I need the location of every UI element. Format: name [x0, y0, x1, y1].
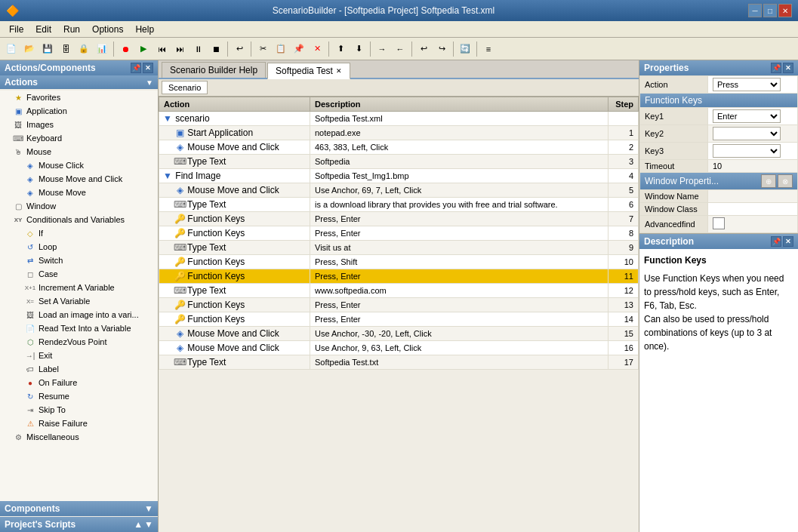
undo-button[interactable]: ↩: [415, 41, 432, 57]
table-row[interactable]: ◈ Mouse Move and ClickUse Anchor, 9, 63,…: [159, 341, 639, 355]
table-row[interactable]: ⌨ Type Textis a download library that pr…: [159, 198, 639, 212]
table-row[interactable]: ▼ Find ImageSoftpedia Test_Img1.bmp4: [159, 169, 639, 183]
redo-button[interactable]: ↪: [433, 41, 450, 57]
project-scripts-up[interactable]: ▲: [134, 519, 143, 530]
table-row[interactable]: ◈ Mouse Move and Click463, 383, Left, Cl…: [159, 140, 639, 155]
tree-item-switch[interactable]: ⇄ Switch: [0, 254, 158, 267]
refresh-button[interactable]: 🔄: [457, 41, 473, 57]
cut-button[interactable]: ✂: [254, 41, 271, 57]
menu-help[interactable]: Help: [129, 23, 160, 36]
props-close[interactable]: ✕: [783, 63, 793, 73]
indent-button[interactable]: →: [374, 41, 390, 57]
menu-edit[interactable]: Edit: [29, 23, 57, 36]
tree-item-rendezvous[interactable]: ⬡ RendezVous Point: [0, 335, 158, 349]
props-pin[interactable]: 📌: [771, 63, 781, 73]
tree-item-exit[interactable]: →| Exit: [0, 349, 158, 362]
menu-options[interactable]: Options: [86, 23, 129, 36]
table-row[interactable]: ◈ Mouse Move and ClickUse Anchor, 69, 7,…: [159, 183, 639, 198]
table-row[interactable]: 🔑 Function KeysPress, Enter7: [159, 212, 639, 226]
actions-panel-close[interactable]: ✕: [143, 63, 153, 73]
skip-start-button[interactable]: ⏮: [153, 41, 170, 57]
outdent-button[interactable]: ←: [392, 41, 408, 57]
tree-item-conditionals[interactable]: XY Conditionals and Variables: [0, 213, 158, 226]
table-row[interactable]: ⌨ Type TextSoftpedia Test.txt17: [159, 355, 639, 370]
tree-item-case[interactable]: ◻ Case: [0, 267, 158, 281]
tree-item-mouse-click[interactable]: ◈ Mouse Click: [0, 158, 158, 172]
tree-item-load-image[interactable]: 🖼 Load an image into a vari...: [0, 308, 158, 321]
tree-item-read-text[interactable]: 📄 Read Text Into a Variable: [0, 321, 158, 335]
stop-button[interactable]: ⏹: [208, 41, 224, 57]
tree-item-resume[interactable]: ↻ Resume: [0, 389, 158, 403]
table-row[interactable]: ⌨ Type Textwww.softpedia.com12: [159, 284, 639, 298]
desc-close[interactable]: ✕: [783, 236, 793, 247]
move-down-button[interactable]: ⬇: [350, 41, 367, 57]
close-button[interactable]: ✕: [778, 4, 792, 17]
menu-file[interactable]: File: [3, 23, 29, 36]
table-row[interactable]: ▼ scenarioSoftpedia Test.xml: [159, 112, 639, 126]
window-class-input[interactable]: [713, 204, 793, 214]
key2-select[interactable]: [713, 127, 781, 140]
components-expand[interactable]: ▼: [144, 503, 153, 514]
project-scripts-expand[interactable]: ▼: [144, 519, 153, 530]
key1-select[interactable]: Enter: [713, 109, 781, 123]
table-row[interactable]: 🔑 Function KeysPress, Enter13: [159, 298, 639, 312]
tree-item-set-variable[interactable]: X= Set A Variable: [0, 294, 158, 308]
maximize-button[interactable]: □: [763, 4, 777, 17]
tab-scenario-builder-help[interactable]: Scenario Builder Help: [162, 62, 266, 78]
tree-item-keyboard[interactable]: ⌨ Keyboard: [0, 131, 158, 145]
window-name-input[interactable]: [713, 192, 793, 201]
action-select[interactable]: Press: [713, 78, 781, 91]
tree-item-mouse-move-click[interactable]: ◈ Mouse Move and Click: [0, 172, 158, 186]
tree-item-mouse-move[interactable]: ◈ Mouse Move: [0, 186, 158, 199]
actions-section-expand[interactable]: ▼: [146, 78, 153, 87]
step-button[interactable]: ↩: [231, 41, 248, 57]
scenario-sub-tab[interactable]: Scenario: [162, 81, 208, 94]
table-row[interactable]: ⌨ Type TextSoftpedia3: [159, 155, 639, 169]
tree-item-window[interactable]: ▢ Window: [0, 199, 158, 213]
tree-item-raise-failure[interactable]: ⚠ Raise Failure: [0, 417, 158, 430]
actions-panel-pin[interactable]: 📌: [131, 63, 141, 73]
table-row[interactable]: 🔑 Function KeysPress, Enter11: [159, 269, 639, 284]
tree-item-on-failure[interactable]: ● On Failure: [0, 376, 158, 389]
lock-button[interactable]: 🔒: [75, 41, 92, 57]
minimize-button[interactable]: ─: [748, 4, 762, 17]
tree-item-application[interactable]: ▣ Application: [0, 104, 158, 118]
table-row[interactable]: 🔑 Function KeysPress, Enter14: [159, 312, 639, 327]
table-row[interactable]: ◈ Mouse Move and ClickUse Anchor, -30, -…: [159, 327, 639, 341]
menu-run[interactable]: Run: [57, 23, 86, 36]
tab-close-icon[interactable]: ✕: [336, 67, 342, 75]
table-row[interactable]: 🔑 Function KeysPress, Enter8: [159, 226, 639, 241]
tree-item-miscellaneous[interactable]: ⚙ Miscellaneous: [0, 430, 158, 444]
win-props-btn2[interactable]: ⊗: [778, 174, 793, 188]
save-button[interactable]: 💾: [39, 41, 56, 57]
copy-button[interactable]: 📋: [273, 41, 289, 57]
move-up-button[interactable]: ⬆: [332, 41, 349, 57]
tree-item-favorites[interactable]: ★ Favorites: [0, 91, 158, 104]
delete-button[interactable]: ✕: [309, 41, 325, 57]
tree-item-loop[interactable]: ↺ Loop: [0, 240, 158, 254]
open-button[interactable]: 📂: [21, 41, 38, 57]
csv-button[interactable]: 📊: [94, 41, 110, 57]
pause-button[interactable]: ⏸: [189, 41, 206, 57]
new-button[interactable]: 📄: [3, 41, 20, 57]
key3-select[interactable]: [713, 144, 781, 158]
paste-button[interactable]: 📌: [291, 41, 307, 57]
win-props-btn1[interactable]: ⊕: [761, 174, 776, 188]
tab-softpedia-test[interactable]: Softpedia Test ✕: [267, 63, 350, 79]
table-row[interactable]: ⌨ Type TextVisit us at9: [159, 241, 639, 255]
advanced-find-checkbox[interactable]: [713, 217, 725, 229]
save-all-button[interactable]: 🗄: [57, 41, 74, 57]
tree-item-label[interactable]: 🏷 Label: [0, 362, 158, 376]
tree-item-images[interactable]: 🖼 Images: [0, 118, 158, 131]
skip-end-button[interactable]: ⏭: [171, 41, 188, 57]
align-button[interactable]: ≡: [480, 41, 497, 57]
table-row[interactable]: 🔑 Function KeysPress, Shift10: [159, 255, 639, 269]
tree-item-increment[interactable]: X+1 Increment A Variable: [0, 281, 158, 294]
play-button[interactable]: ▶: [135, 41, 152, 57]
tree-item-if[interactable]: ◇ If: [0, 226, 158, 240]
table-row[interactable]: ▣ Start Applicationnotepad.exe1: [159, 126, 639, 140]
tree-item-mouse[interactable]: 🖱 Mouse: [0, 145, 158, 158]
desc-pin[interactable]: 📌: [771, 236, 781, 247]
tree-item-skip-to[interactable]: ⇥ Skip To: [0, 403, 158, 417]
record-button[interactable]: ⏺: [117, 41, 134, 57]
